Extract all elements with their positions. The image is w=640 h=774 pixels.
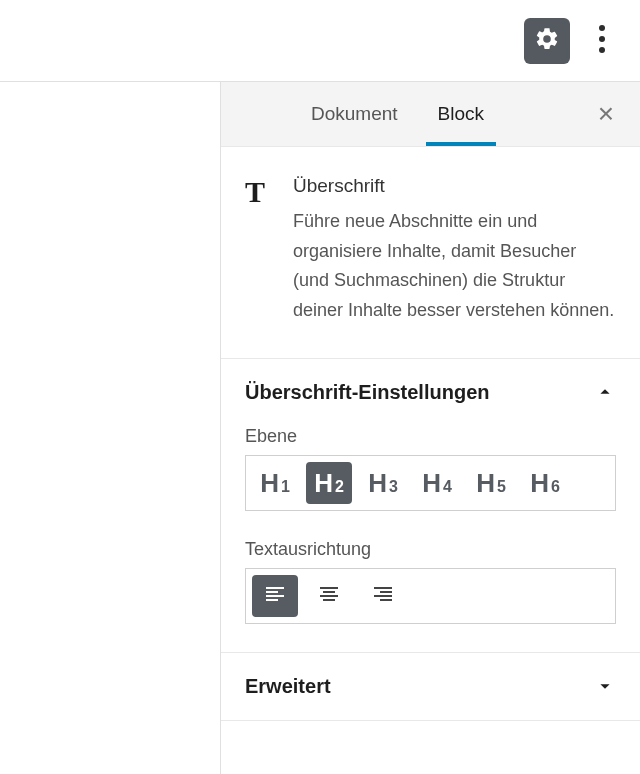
align-center-icon [317, 582, 341, 610]
tab-document[interactable]: Dokument [291, 82, 418, 146]
level-label: Ebene [245, 426, 616, 447]
align-left-icon [263, 582, 287, 610]
heading-level-group: H1 H2 H3 H4 H5 H6 [245, 455, 616, 511]
svg-point-0 [599, 25, 605, 31]
align-left-button[interactable] [252, 575, 298, 617]
chevron-down-icon [594, 675, 616, 697]
panel-toggle-heading-settings[interactable]: Überschrift-Einstellungen [221, 359, 640, 426]
panel-toggle-advanced[interactable]: Erweitert [221, 653, 640, 720]
more-button[interactable] [582, 21, 622, 61]
inspector-sidebar: Dokument Block × T Überschrift Führe neu… [220, 82, 640, 774]
heading-block-icon: T [245, 175, 275, 326]
align-center-button[interactable] [306, 575, 352, 617]
gear-icon [534, 26, 560, 56]
chevron-up-icon [594, 381, 616, 403]
heading-level-h4[interactable]: H4 [414, 462, 460, 504]
align-label: Textausrichtung [245, 539, 616, 560]
heading-level-h6[interactable]: H6 [522, 462, 568, 504]
heading-level-h2[interactable]: H2 [306, 462, 352, 504]
text-align-group [245, 568, 616, 624]
close-button[interactable]: × [590, 98, 622, 130]
heading-level-h5[interactable]: H5 [468, 462, 514, 504]
svg-point-2 [599, 47, 605, 53]
align-right-button[interactable] [360, 575, 406, 617]
panel-title: Überschrift-Einstellungen [245, 381, 489, 404]
heading-level-h3[interactable]: H3 [360, 462, 406, 504]
kebab-icon [599, 25, 605, 57]
panel-title: Erweitert [245, 675, 331, 698]
close-icon: × [598, 98, 614, 130]
heading-level-h1[interactable]: H1 [252, 462, 298, 504]
block-title: Überschrift [293, 175, 616, 197]
block-description: Führe neue Abschnitte ein und organisier… [293, 207, 616, 326]
tab-block[interactable]: Block [418, 82, 504, 146]
svg-point-1 [599, 36, 605, 42]
align-right-icon [371, 582, 395, 610]
settings-button[interactable] [524, 18, 570, 64]
